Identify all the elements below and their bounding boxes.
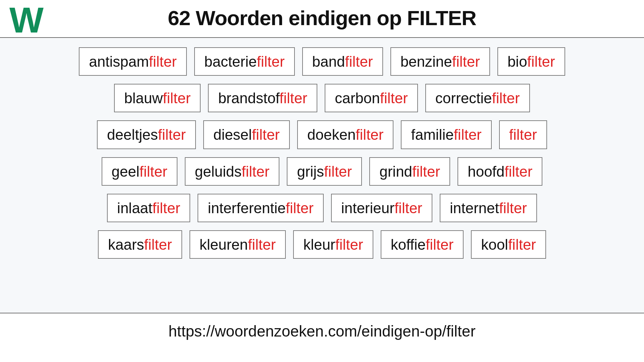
- word-prefix: koffie: [391, 236, 426, 253]
- word-prefix: antispam: [89, 53, 149, 70]
- word-prefix: carbon: [335, 90, 380, 106]
- word-prefix: kleuren: [200, 236, 248, 253]
- word-item[interactable]: biofilter: [497, 47, 565, 76]
- word-row: antispamfilterbacteriefilterbandfilterbe…: [20, 47, 624, 76]
- word-row: inlaatfilterinterferentiefilterinterieur…: [20, 194, 624, 222]
- word-suffix: filter: [527, 53, 555, 70]
- word-suffix: filter: [335, 236, 363, 253]
- word-suffix: filter: [380, 90, 408, 106]
- word-suffix: filter: [454, 126, 482, 143]
- word-item[interactable]: geelfilter: [102, 157, 177, 186]
- word-item[interactable]: kleurenfilter: [190, 230, 286, 259]
- word-prefix: blauw: [124, 90, 163, 106]
- word-prefix: kleur: [303, 236, 335, 253]
- word-suffix: filter: [152, 200, 180, 216]
- word-item[interactable]: blauwfilter: [114, 84, 201, 112]
- word-suffix: filter: [508, 236, 536, 253]
- word-suffix: filter: [499, 200, 527, 216]
- word-prefix: deeltjes: [107, 126, 158, 143]
- word-item[interactable]: interferentiefilter: [198, 194, 323, 222]
- word-prefix: geluids: [195, 163, 241, 180]
- word-suffix: filter: [163, 90, 191, 106]
- word-suffix: filter: [257, 53, 284, 70]
- word-prefix: brandstof: [218, 90, 279, 106]
- word-item[interactable]: brandstoffilter: [208, 84, 317, 112]
- word-item[interactable]: geluidsfilter: [185, 157, 280, 186]
- word-prefix: diesel: [213, 126, 252, 143]
- word-suffix: filter: [144, 236, 172, 253]
- word-item[interactable]: kaarsfilter: [98, 230, 182, 259]
- word-prefix: correctie: [435, 90, 492, 106]
- word-suffix: filter: [140, 163, 167, 180]
- word-item[interactable]: doekenfilter: [297, 120, 393, 149]
- word-prefix: interieur: [341, 200, 394, 216]
- word-prefix: doeken: [307, 126, 356, 143]
- word-prefix: bio: [507, 53, 527, 70]
- word-item[interactable]: dieselfilter: [203, 120, 290, 149]
- word-prefix: familie: [411, 126, 453, 143]
- word-suffix: filter: [149, 53, 177, 70]
- word-item[interactable]: correctiefilter: [425, 84, 530, 112]
- word-suffix: filter: [452, 53, 480, 70]
- word-prefix: benzine: [400, 53, 452, 70]
- word-item[interactable]: koffiefilter: [381, 230, 464, 259]
- word-suffix: filter: [252, 126, 280, 143]
- word-suffix: filter: [426, 236, 453, 253]
- word-item[interactable]: grindfilter: [369, 157, 450, 186]
- word-prefix: interferentie: [208, 200, 285, 216]
- word-item[interactable]: carbonfilter: [325, 84, 418, 112]
- word-prefix: kool: [481, 236, 508, 253]
- word-item[interactable]: bacteriefilter: [194, 47, 295, 76]
- word-suffix: filter: [279, 90, 307, 106]
- word-suffix: filter: [324, 163, 352, 180]
- word-item[interactable]: filter: [499, 120, 547, 149]
- word-row: geelfiltergeluidsfiltergrijsfiltergrindf…: [20, 157, 624, 186]
- word-suffix: filter: [356, 126, 383, 143]
- word-suffix: filter: [509, 126, 537, 143]
- word-item[interactable]: deeltjesfilter: [97, 120, 196, 149]
- word-item[interactable]: kleurfilter: [293, 230, 373, 259]
- word-prefix: grind: [379, 163, 412, 180]
- word-grid: antispamfilterbacteriefilterbandfilterbe…: [0, 38, 644, 313]
- word-prefix: inlaat: [117, 200, 152, 216]
- word-item[interactable]: familiefilter: [401, 120, 491, 149]
- word-suffix: filter: [241, 163, 269, 180]
- word-suffix: filter: [345, 53, 373, 70]
- word-suffix: filter: [504, 163, 532, 180]
- word-suffix: filter: [286, 200, 314, 216]
- word-suffix: filter: [412, 163, 440, 180]
- word-item[interactable]: bandfilter: [302, 47, 383, 76]
- word-suffix: filter: [492, 90, 520, 106]
- word-prefix: hoofd: [468, 163, 504, 180]
- word-suffix: filter: [158, 126, 186, 143]
- word-row: kaarsfilterkleurenfilterkleurfilterkoffi…: [20, 230, 624, 259]
- word-item[interactable]: antispamfilter: [79, 47, 187, 76]
- word-prefix: kaars: [108, 236, 144, 253]
- word-suffix: filter: [248, 236, 276, 253]
- word-prefix: grijs: [297, 163, 324, 180]
- word-item[interactable]: koolfilter: [471, 230, 546, 259]
- word-item[interactable]: internetfilter: [440, 194, 537, 222]
- word-item[interactable]: interieurfilter: [331, 194, 432, 222]
- word-item[interactable]: benzinefilter: [390, 47, 490, 76]
- word-item[interactable]: grijsfilter: [287, 157, 362, 186]
- word-prefix: bacterie: [204, 53, 257, 70]
- word-prefix: geel: [112, 163, 140, 180]
- page-title: 62 Woorden eindigen op FILTER: [168, 6, 476, 30]
- footer-url: https://woordenzoeken.com/eindigen-op/fi…: [0, 313, 644, 340]
- word-item[interactable]: hoofdfilter: [458, 157, 542, 186]
- word-prefix: band: [312, 53, 345, 70]
- header: W 62 Woorden eindigen op FILTER: [0, 0, 644, 37]
- word-item[interactable]: inlaatfilter: [107, 194, 190, 222]
- site-logo: W: [9, 2, 43, 38]
- word-row: deeltjesfilterdieselfilterdoekenfilterfa…: [20, 120, 624, 149]
- word-row: blauwfilterbrandstoffiltercarbonfilterco…: [20, 84, 624, 112]
- word-prefix: internet: [450, 200, 499, 216]
- word-suffix: filter: [394, 200, 422, 216]
